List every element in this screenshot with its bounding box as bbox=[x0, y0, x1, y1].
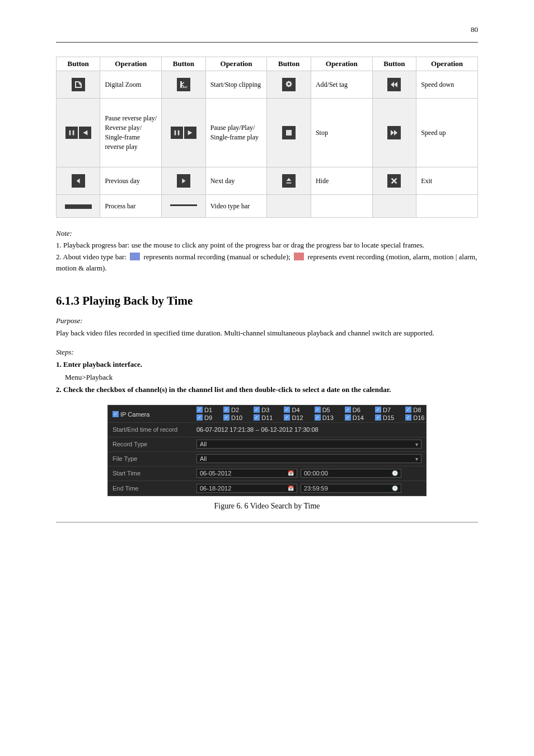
camera-checkbox[interactable]: ✓D2 bbox=[223, 407, 242, 413]
stop-desc: Stop bbox=[311, 99, 372, 167]
camera-checkbox[interactable]: ✓D3 bbox=[254, 407, 273, 413]
steps-label: Steps: bbox=[56, 346, 478, 358]
checkbox-icon: ✓ bbox=[196, 407, 203, 413]
normal-record-swatch bbox=[130, 253, 140, 260]
icon-row: Previous day Next day Hide Exit bbox=[57, 167, 478, 195]
steps-block: Steps: 1. Enter playback interface. Menu… bbox=[56, 346, 478, 395]
record-type-select[interactable]: All▾ bbox=[196, 440, 421, 449]
end-time-input[interactable]: 23:59:59🕒 bbox=[301, 484, 401, 493]
camera-checkbox[interactable]: ✓D15 bbox=[375, 414, 394, 421]
note-line1: 1. Playback progress bar: use the mouse … bbox=[56, 240, 478, 251]
purpose-block: Purpose: Play back video files recorded … bbox=[56, 315, 478, 339]
clip-desc: Start/Stop clipping bbox=[205, 71, 267, 99]
event-record-swatch bbox=[294, 253, 304, 260]
th-operation: Operation bbox=[100, 57, 162, 71]
step-2: 2. Check the checkbox of channel(s) in t… bbox=[56, 384, 478, 396]
end-date-input[interactable]: 06-18-2012📅 bbox=[196, 484, 297, 493]
th-button: Button bbox=[57, 57, 100, 71]
process-bar-desc: Process bar bbox=[100, 195, 162, 218]
icon-row: Digital Zoom Start/Stop clipping Add/Set… bbox=[57, 71, 478, 99]
clock-icon: 🕒 bbox=[392, 486, 398, 491]
checkbox-icon: ✓ bbox=[196, 414, 203, 421]
chevron-down-icon: ▾ bbox=[415, 441, 418, 447]
camera-checkbox[interactable]: ✓D13 bbox=[315, 414, 334, 421]
ip-camera-row: ✓IP Camera ✓D1✓D2✓D3✓D4✓D5✓D6✓D7✓D8✓D9✓D… bbox=[108, 405, 426, 423]
start-end-label: Start/End time of record bbox=[113, 426, 196, 433]
checkbox-icon: ✓ bbox=[223, 407, 229, 413]
camera-checkbox[interactable]: ✓D12 bbox=[284, 414, 303, 421]
file-type-select[interactable]: All▾ bbox=[196, 454, 421, 463]
clip-icon bbox=[177, 78, 190, 91]
th-operation: Operation bbox=[205, 57, 267, 71]
th-operation: Operation bbox=[311, 57, 372, 71]
th-operation: Operation bbox=[416, 57, 478, 71]
purpose-text: Play back video files recorded in specif… bbox=[56, 327, 478, 339]
start-time-label: Start Time bbox=[113, 470, 196, 477]
purpose-label: Purpose: bbox=[56, 315, 478, 327]
start-time-input[interactable]: 00:00:00🕒 bbox=[301, 469, 401, 478]
camera-checkbox[interactable]: ✓D11 bbox=[254, 414, 273, 421]
start-end-value: 06-07-2012 17:21:38 -- 06-12-2012 17:30:… bbox=[196, 426, 421, 433]
checkbox-icon: ✓ bbox=[345, 407, 351, 413]
camera-checkbox[interactable]: ✓D7 bbox=[375, 407, 394, 413]
speedup-desc: Speed up bbox=[416, 99, 478, 167]
hide-icon bbox=[282, 174, 296, 188]
exit-icon bbox=[387, 174, 401, 188]
camera-checkbox[interactable]: ✓D4 bbox=[284, 407, 303, 413]
checkbox-icon: ✓ bbox=[405, 407, 411, 413]
ip-camera-label: ✓IP Camera bbox=[113, 410, 196, 418]
exit-desc: Exit bbox=[416, 167, 478, 195]
section-heading: 6.1.3 Playing Back by Time bbox=[56, 294, 478, 308]
icon-row: Process bar Video type bar bbox=[57, 195, 478, 218]
figure-caption: Figure 6. 6 Video Search by Time bbox=[56, 502, 478, 511]
checkbox-icon: ✓ bbox=[223, 414, 229, 421]
tag-desc: Add/Set tag bbox=[311, 71, 372, 99]
footer-rule bbox=[56, 522, 478, 522]
th-button: Button bbox=[267, 57, 311, 71]
file-type-row: File Type All▾ bbox=[108, 452, 426, 466]
step-1-path: Menu>Playback bbox=[56, 371, 478, 384]
end-time-row: End Time 06-18-2012📅 23:59:59🕒 bbox=[108, 481, 426, 496]
next-day-desc: Next day bbox=[205, 167, 267, 195]
rewind-icon bbox=[387, 78, 401, 91]
speedup-icon bbox=[387, 126, 401, 139]
note-line2: 2. About video type bar: represents norm… bbox=[56, 251, 478, 275]
start-end-row: Start/End time of record 06-07-2012 17:2… bbox=[108, 423, 426, 437]
digital-zoom-desc: Digital Zoom bbox=[100, 71, 162, 99]
th-button: Button bbox=[162, 57, 205, 71]
pause-reverse-desc: Pause reverse play/ Reverse play/ Single… bbox=[100, 99, 162, 167]
process-bar-icon bbox=[65, 204, 92, 209]
prev-day-desc: Previous day bbox=[100, 167, 162, 195]
camera-checkbox[interactable]: ✓D10 bbox=[223, 414, 242, 421]
checkbox-icon: ✓ bbox=[315, 414, 321, 421]
playback-toolbar-table: Button Operation Button Operation Button… bbox=[56, 57, 478, 218]
checkbox-icon: ✓ bbox=[375, 414, 381, 421]
next-day-icon bbox=[177, 174, 190, 188]
checkbox-icon: ✓ bbox=[284, 414, 290, 421]
start-time-row: Start Time 06-05-2012📅 00:00:00🕒 bbox=[108, 466, 426, 481]
calendar-icon: 📅 bbox=[288, 486, 294, 491]
camera-checkbox[interactable]: ✓D1 bbox=[196, 407, 212, 413]
camera-checkbox[interactable]: ✓D5 bbox=[315, 407, 334, 413]
rewind-desc: Speed down bbox=[416, 71, 478, 99]
camera-checkbox[interactable]: ✓D8 bbox=[405, 407, 424, 413]
start-date-input[interactable]: 06-05-2012📅 bbox=[196, 469, 297, 478]
camera-checkbox[interactable]: ✓D6 bbox=[345, 407, 364, 413]
video-type-bar-desc: Video type bar bbox=[205, 195, 267, 218]
camera-checkbox[interactable]: ✓D9 bbox=[196, 414, 212, 421]
digital-zoom-icon bbox=[72, 78, 85, 91]
file-type-label: File Type bbox=[113, 455, 196, 462]
video-type-bar-icon bbox=[170, 204, 197, 209]
prev-day-icon bbox=[72, 174, 85, 188]
camera-checkbox[interactable]: ✓D14 bbox=[345, 414, 364, 421]
record-type-label: Record Type bbox=[113, 441, 196, 447]
record-type-row: Record Type All▾ bbox=[108, 437, 426, 452]
chevron-down-icon: ▾ bbox=[415, 456, 418, 462]
checkbox-icon: ✓ bbox=[405, 414, 411, 421]
camera-checkbox[interactable]: ✓D16 bbox=[405, 414, 424, 421]
checkbox-icon[interactable]: ✓ bbox=[113, 411, 119, 417]
stop-icon bbox=[282, 126, 296, 139]
tag-icon bbox=[282, 78, 296, 91]
camera-grid: ✓D1✓D2✓D3✓D4✓D5✓D6✓D7✓D8✓D9✓D10✓D11✓D12✓… bbox=[196, 407, 430, 421]
checkbox-icon: ✓ bbox=[375, 407, 381, 413]
